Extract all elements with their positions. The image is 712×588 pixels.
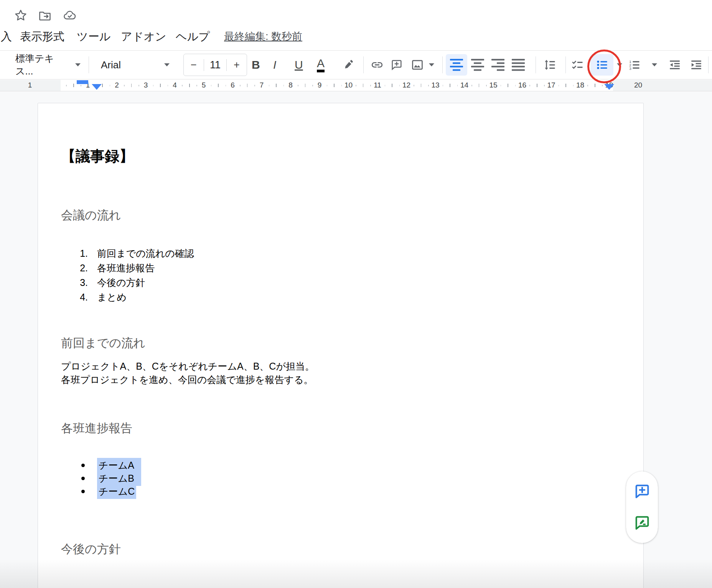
- document-page[interactable]: 【議事録】 会議の流れ 1. 前回までの流れの確認 2. 各班進捗報告 3. 今…: [38, 103, 644, 588]
- bulleted-list-icon[interactable]: [593, 56, 610, 73]
- suggest-edit-icon[interactable]: [633, 514, 651, 532]
- list-item[interactable]: 1. 前回までの流れの確認: [75, 246, 194, 261]
- selected-text[interactable]: チームC: [97, 484, 136, 499]
- ruler-number: 17: [547, 81, 555, 89]
- document-canvas: 【議事録】 会議の流れ 1. 前回までの流れの確認 2. 各班進捗報告 3. 今…: [0, 91, 712, 588]
- menu-item-help[interactable]: ヘルプ: [176, 29, 210, 45]
- agenda-numbered-list[interactable]: 1. 前回までの流れの確認 2. 各班進捗報告 3. 今後の方針 4. まとめ: [75, 246, 194, 304]
- ruler-number: 6: [231, 81, 235, 89]
- list-item[interactable]: 4. まとめ: [75, 290, 194, 304]
- first-line-indent-marker[interactable]: [77, 80, 88, 84]
- ruler-number: 9: [318, 81, 322, 89]
- font-size-value[interactable]: 11: [204, 59, 227, 71]
- highlighter-icon[interactable]: [340, 56, 357, 73]
- chevron-down-icon[interactable]: [75, 63, 81, 66]
- menu-item-format[interactable]: 表示形式: [20, 29, 64, 45]
- menu-bar: 入 表示形式 ツール アドオン ヘルプ 最終編集: 数秒前: [0, 29, 712, 42]
- ruler-number: 7: [260, 81, 264, 89]
- list-item-text[interactable]: 今後の方針: [97, 276, 145, 289]
- list-number: 3.: [75, 277, 88, 288]
- ruler-number: 15: [489, 81, 497, 89]
- ruler-number: 3: [144, 81, 148, 89]
- toolbar-divider: [565, 56, 566, 73]
- italic-button[interactable]: I: [273, 58, 288, 71]
- align-left-icon[interactable]: [450, 59, 463, 71]
- list-item[interactable]: チームA: [78, 459, 141, 472]
- bullet-icon: [78, 490, 87, 493]
- text-color-letter: A: [317, 58, 325, 73]
- font-dropdown[interactable]: Arial: [101, 59, 121, 71]
- align-center-icon[interactable]: [471, 59, 484, 71]
- ruler[interactable]: 1 1234567891011121314151617181920: [0, 80, 712, 91]
- menu-item-insert-partial[interactable]: 入: [1, 29, 12, 45]
- outdent-icon[interactable]: [666, 56, 683, 73]
- chevron-down-icon[interactable]: [429, 63, 434, 66]
- toolbar: 標準テキス... Arial − 11 + B I U A 123: [0, 50, 712, 79]
- heading-meeting-flow[interactable]: 会議の流れ: [61, 207, 121, 223]
- list-number: 2.: [75, 263, 88, 274]
- heading-future-policy[interactable]: 今後の方針: [61, 541, 121, 557]
- align-right-icon[interactable]: [491, 59, 504, 71]
- move-folder-icon[interactable]: [38, 8, 52, 22]
- ruler-number: 12: [402, 81, 410, 89]
- text-color-button[interactable]: A: [317, 58, 332, 73]
- list-item-text[interactable]: 前回までの流れの確認: [97, 247, 194, 260]
- document-title[interactable]: 【議事録】: [61, 147, 134, 166]
- ruler-number: 18: [576, 81, 584, 89]
- line-spacing-icon[interactable]: [541, 56, 558, 73]
- add-comment-icon[interactable]: [388, 56, 405, 73]
- chevron-down-icon[interactable]: [164, 63, 170, 66]
- chevron-down-icon[interactable]: [617, 63, 622, 66]
- right-indent-marker[interactable]: [604, 84, 614, 90]
- body-paragraph[interactable]: プロジェクトA、B、CをそれぞれチームA、B、Cが担当。 各班プロジェクトを進め…: [61, 360, 315, 386]
- paragraph-line[interactable]: 各班プロジェクトを進め、今回の会議で進捗を報告する。: [61, 373, 315, 386]
- teams-bulleted-list[interactable]: チームA チームB チームC: [78, 459, 141, 498]
- star-icon[interactable]: [14, 8, 28, 22]
- list-item-text[interactable]: まとめ: [97, 291, 127, 304]
- last-edit-link[interactable]: 最終編集: 数秒前: [224, 30, 302, 43]
- list-item[interactable]: 3. 今後の方針: [75, 275, 194, 290]
- ruler-number: 5: [202, 81, 206, 89]
- increase-font-size-button[interactable]: +: [227, 59, 247, 71]
- menu-item-tools[interactable]: ツール: [77, 29, 110, 45]
- ruler-number: 2: [115, 81, 119, 89]
- ruler-margin-number: 1: [28, 81, 32, 89]
- paragraph-line[interactable]: プロジェクトA、B、CをそれぞれチームA、B、Cが担当。: [61, 360, 315, 373]
- underline-button[interactable]: U: [295, 58, 310, 71]
- cloud-saved-icon[interactable]: [62, 8, 77, 22]
- decrease-font-size-button[interactable]: −: [184, 59, 204, 71]
- add-comment-icon[interactable]: [633, 483, 651, 500]
- checklist-icon[interactable]: [569, 56, 586, 73]
- ruler-number: 20: [634, 81, 642, 89]
- list-item-text[interactable]: 各班進捗報告: [97, 262, 155, 274]
- paragraph-style-dropdown[interactable]: 標準テキス...: [15, 52, 68, 78]
- bullet-icon: [78, 477, 87, 480]
- list-item[interactable]: チームB: [78, 472, 141, 485]
- chevron-down-icon[interactable]: [652, 63, 657, 66]
- ruler-number: 8: [288, 81, 293, 89]
- ruler-number: 4: [173, 81, 177, 89]
- left-indent-marker[interactable]: [92, 84, 102, 90]
- ruler-number: 10: [344, 81, 353, 89]
- toolbar-divider: [89, 56, 89, 73]
- ruler-number: 14: [460, 81, 468, 89]
- indent-icon[interactable]: [688, 56, 705, 73]
- ruler-number: 11: [374, 81, 381, 89]
- heading-progress-report[interactable]: 各班進捗報告: [61, 420, 132, 436]
- toolbar-divider: [708, 56, 709, 73]
- menu-item-addons[interactable]: アドオン: [121, 29, 166, 45]
- bullet-icon: [78, 464, 87, 467]
- bold-button[interactable]: B: [252, 58, 267, 71]
- svg-text:3: 3: [629, 66, 631, 71]
- toolbar-divider: [536, 56, 536, 73]
- justify-icon[interactable]: [512, 59, 525, 71]
- heading-previous-flow[interactable]: 前回までの流れ: [61, 335, 145, 351]
- insert-image-icon[interactable]: [409, 56, 426, 73]
- list-item[interactable]: チームC: [78, 485, 141, 498]
- list-number: 4.: [75, 292, 88, 303]
- link-icon[interactable]: [369, 56, 386, 73]
- toolbar-divider: [363, 56, 364, 73]
- list-item[interactable]: 2. 各班進捗報告: [75, 261, 194, 275]
- titlebar-icons: [14, 8, 77, 22]
- numbered-list-icon[interactable]: 123: [626, 56, 643, 73]
